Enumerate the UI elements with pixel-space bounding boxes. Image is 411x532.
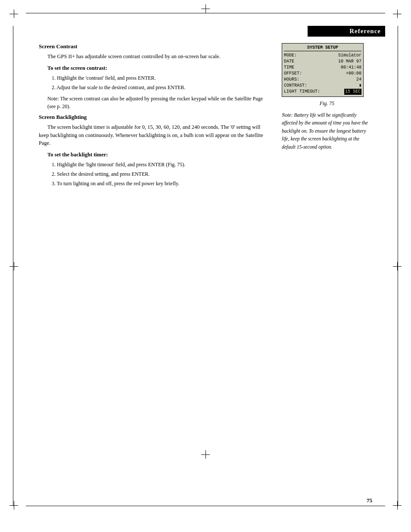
screen-contrast-note: Note: The screen contrast can also be ad…: [47, 95, 269, 110]
gps-value-hours: 24: [356, 77, 361, 83]
crosshair-top-right: [393, 9, 402, 18]
crosshair-top-left: [9, 9, 18, 18]
page-border-bottom: [26, 506, 385, 506]
screen-backlighting-instruction: To set the backlight timer:: [47, 152, 269, 158]
crosshair-bottom-right: [393, 501, 402, 510]
gps-value-time: 00:41:48: [341, 65, 361, 71]
gps-value-mode: Simulator: [338, 53, 361, 59]
gps-row-light-timeout: LIGHT TIMEOUT: 15 SEC: [284, 89, 361, 95]
gps-row-mode: MODE: Simulator: [284, 53, 361, 59]
reference-header: Reference: [308, 26, 385, 37]
screen-contrast-step-2: 2. Adjust the bar scale to the desired c…: [52, 84, 269, 91]
gps-row-hours: HOURS: 24: [284, 77, 361, 83]
screen-backlighting-step-1: 1. Highlight the 'light timeout' field, …: [52, 161, 269, 168]
screen-backlighting-heading: Screen Backlighting: [39, 114, 269, 121]
screen-contrast-step-1: 1. Highlight the 'contrast' field, and p…: [52, 74, 269, 82]
right-note: Note: Battery life will be significantly…: [282, 111, 372, 151]
fig-caption: Fig. 75: [282, 100, 372, 107]
crosshair-left-center: [9, 262, 18, 271]
content-columns: Screen Contrast The GPS II+ has adjustab…: [39, 43, 372, 189]
page-border-top: [26, 13, 385, 13]
screen-backlighting-step-3: 3. To turn lighting on and off, press th…: [52, 180, 269, 187]
gps-value-offset: +00:00: [346, 71, 361, 77]
left-column: Screen Contrast The GPS II+ has adjustab…: [39, 43, 269, 189]
header-title: Reference: [349, 28, 381, 34]
screen-contrast-heading: Screen Contrast: [39, 43, 269, 50]
main-content: Screen Contrast The GPS II+ has adjustab…: [39, 43, 372, 489]
gps-row-date: DATE 10 MAR 97: [284, 59, 361, 65]
gps-row-contrast: CONTRAST: ▮: [284, 83, 361, 89]
gps-value-light-timeout: 15 SEC: [344, 89, 361, 95]
crosshair-right-center: [393, 262, 402, 271]
screen-contrast-body: The GPS II+ has adjustable screen contra…: [39, 53, 269, 61]
page-number: 75: [367, 497, 372, 504]
gps-screen: SYSTEM SETUP MODE: Simulator DATE 10 MAR…: [282, 43, 364, 97]
screen-contrast-section: Screen Contrast The GPS II+ has adjustab…: [39, 43, 269, 110]
crosshair-bottom-left: [9, 501, 18, 510]
gps-value-contrast: ▮: [359, 83, 361, 89]
gps-row-offset: OFFSET: +00:00: [284, 71, 361, 77]
crosshair-top-center: [201, 4, 210, 13]
gps-screen-title: SYSTEM SETUP: [284, 45, 361, 51]
gps-label-date: DATE: [284, 59, 314, 65]
gps-row-time: TIME 00:41:48: [284, 65, 361, 71]
gps-label-mode: MODE:: [284, 53, 314, 59]
gps-label-offset: OFFSET:: [284, 71, 314, 77]
gps-label-light-timeout: LIGHT TIMEOUT:: [284, 89, 320, 95]
screen-backlighting-step-2: 2. Select the desired setting, and press…: [52, 170, 269, 178]
screen-contrast-instruction: To set the screen contrast:: [47, 65, 269, 72]
screen-backlighting-body: The screen backlight timer is adjustable…: [39, 123, 269, 147]
gps-label-hours: HOURS:: [284, 77, 314, 83]
screen-backlighting-section: Screen Backlighting The screen backlight…: [39, 114, 269, 187]
gps-label-time: TIME: [284, 65, 314, 71]
gps-label-contrast: CONTRAST:: [284, 83, 314, 89]
right-column: SYSTEM SETUP MODE: Simulator DATE 10 MAR…: [282, 43, 372, 189]
gps-value-date: 10 MAR 97: [338, 59, 361, 65]
